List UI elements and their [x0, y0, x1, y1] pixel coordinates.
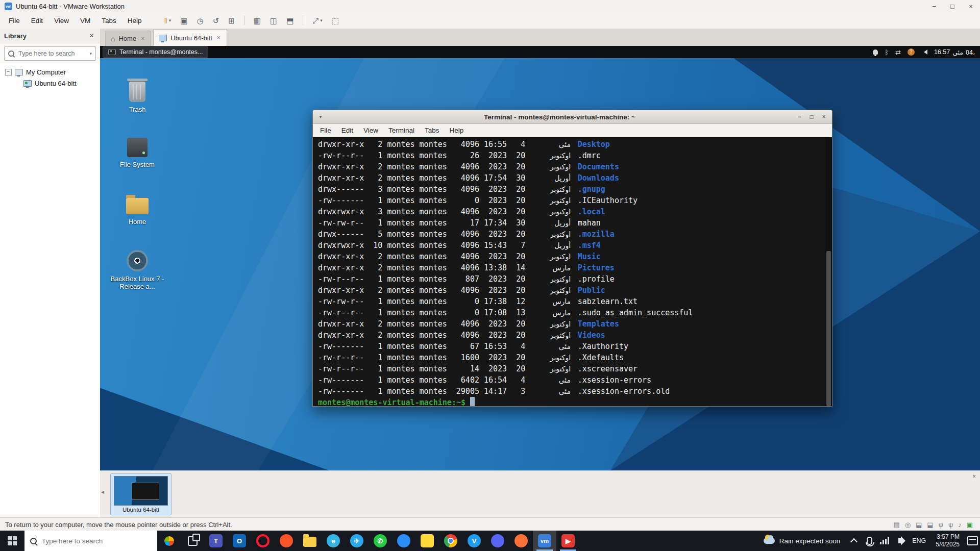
thumbnail-bar-close-button[interactable]: × — [972, 473, 976, 480]
show-thumbnail-bar-button[interactable]: ⬒ — [283, 15, 297, 26]
teams-taskbar-button[interactable]: T — [204, 531, 228, 551]
brave-taskbar-button[interactable] — [275, 531, 298, 551]
telegram-taskbar-button[interactable]: ✈ — [345, 531, 369, 551]
search-highlights-button[interactable] — [157, 531, 181, 551]
sidebar-item-ubuntu-64-bitt[interactable]: Ubuntu 64-bitt — [0, 78, 100, 89]
terminal-scrollbar[interactable] — [825, 137, 832, 407]
terminal-menu-file[interactable]: File — [315, 125, 336, 136]
vmware-menu-view[interactable]: View — [48, 14, 75, 27]
taskbar-search-input[interactable] — [41, 537, 152, 545]
terminal-menu-tabs[interactable]: Tabs — [420, 125, 445, 136]
revert-snapshot-button[interactable]: ↺ — [209, 15, 223, 26]
vmware-menu-file[interactable]: File — [3, 14, 26, 27]
firefox-taskbar-button[interactable] — [509, 531, 533, 551]
col-links: 1 — [369, 296, 382, 307]
library-search-input[interactable] — [17, 49, 86, 58]
network-arrows-icon[interactable]: ⇄ — [895, 49, 901, 56]
desktop-icon-trash[interactable]: Trash — [109, 82, 165, 113]
col-links: 1 — [369, 352, 382, 363]
terminal-output[interactable]: drwxr-xr-x2montesmontes409616:554مئیDesk… — [313, 137, 832, 407]
ctrl-alt-del-button[interactable]: ▣ — [177, 15, 191, 26]
tab-ubuntu-64-bitt[interactable]: Ubuntu 64-bitt× — [153, 29, 227, 46]
tree-expander-icon[interactable]: − — [5, 69, 12, 76]
vscode-taskbar-button[interactable]: V — [462, 531, 486, 551]
volume-icon[interactable] — [921, 49, 927, 55]
vmware-tools-icon[interactable]: ▣ — [967, 521, 973, 528]
show-library-button[interactable]: ▥ — [250, 15, 264, 26]
guest-clock[interactable]: 16:57 مئی 04، — [934, 48, 975, 56]
terminal-maximize-button[interactable]: □ — [806, 112, 817, 121]
show-hidden-icons-button[interactable] — [846, 531, 862, 551]
network-tray-button[interactable] — [877, 531, 892, 551]
sound-icon[interactable]: ♪ — [958, 521, 962, 528]
terminal-menu-edit[interactable]: Edit — [336, 125, 358, 136]
usb-device-1-icon[interactable]: ψ — [939, 521, 943, 528]
start-button[interactable] — [0, 531, 24, 551]
chrome-taskbar-button[interactable] — [439, 531, 462, 551]
desktop-icon-backbox-linux-7-release-a[interactable]: BackBox Linux 7 - Release a... — [109, 250, 165, 290]
messenger-taskbar-button[interactable] — [392, 531, 415, 551]
usb-device-2-icon[interactable]: ψ — [948, 521, 953, 528]
terminal-menu-terminal[interactable]: Terminal — [383, 125, 420, 136]
close-button[interactable]: × — [962, 0, 980, 12]
desktop-icon-file-system[interactable]: File System — [109, 138, 165, 168]
weather-widget[interactable]: Rain expected soon — [757, 531, 846, 551]
tab-home[interactable]: ⌂Home× — [105, 31, 151, 46]
media-player-taskbar-button[interactable]: ▶ — [556, 531, 580, 551]
opera-taskbar-button[interactable] — [251, 531, 275, 551]
terminal-menu-view[interactable]: View — [358, 125, 383, 136]
discord-taskbar-button[interactable] — [486, 531, 509, 551]
vmware-workstation-taskbar-button[interactable]: vm — [533, 531, 556, 551]
vmware-menu-edit[interactable]: Edit — [26, 14, 48, 27]
action-center-button[interactable] — [965, 531, 980, 551]
console-view-button[interactable]: ◫ — [266, 15, 281, 26]
library-close-button[interactable]: × — [87, 31, 96, 40]
terminal-menu-help[interactable]: Help — [445, 125, 469, 136]
language-indicator[interactable]: ENG — [908, 537, 930, 544]
sidebar-item-my-computer[interactable]: −My Computer — [0, 66, 100, 78]
file-explorer-taskbar-button[interactable] — [298, 531, 322, 551]
desktop-icon-home[interactable]: Home — [109, 194, 165, 226]
network-adapter-2-icon[interactable]: ⬓ — [927, 521, 933, 528]
network-adapter-1-icon[interactable]: ⬓ — [916, 521, 922, 528]
maximize-button[interactable]: □ — [943, 0, 962, 12]
outlook-taskbar-button[interactable]: O — [228, 531, 251, 551]
terminal-titlebar[interactable]: ▾ Terminal - montes@montes-virtual-machi… — [313, 110, 832, 124]
taskbar-search-box[interactable] — [24, 531, 157, 551]
sticky-notes-taskbar-button[interactable] — [415, 531, 439, 551]
col-group: montes — [420, 206, 447, 217]
suspend-button[interactable]: ‖▾ — [161, 15, 175, 26]
vmware-menu-vm[interactable]: VM — [75, 14, 96, 27]
microphone-tray-button[interactable] — [862, 531, 877, 551]
terminal-window-menu-button[interactable]: ▾ — [316, 114, 325, 119]
volume-tray-button[interactable] — [892, 531, 908, 551]
thumbnail-scroll-left-button[interactable]: ◂ — [101, 488, 104, 495]
col-day: 20 — [511, 184, 525, 195]
tab-close-button[interactable]: × — [140, 35, 145, 42]
task-view-taskbar-button[interactable] — [181, 531, 204, 551]
fullscreen-button[interactable]: ⤢▾ — [309, 15, 326, 26]
guest-window-button[interactable]: Terminal - montes@montes... — [103, 46, 208, 58]
vmware-menu-help[interactable]: Help — [122, 14, 148, 27]
edge-taskbar-button[interactable]: e — [322, 531, 345, 551]
minimize-button[interactable]: − — [925, 0, 943, 12]
whatsapp-taskbar-button[interactable]: ✆ — [369, 531, 392, 551]
bluetooth-icon[interactable]: ᛒ — [885, 49, 889, 56]
col-time: 2023 — [484, 150, 507, 161]
vm-thumbnail[interactable]: Ubuntu 64-bitt — [110, 473, 172, 515]
terminal-close-button[interactable]: × — [819, 112, 829, 121]
notification-bell-icon[interactable] — [873, 49, 878, 55]
terminal-minimize-button[interactable]: − — [794, 112, 804, 121]
library-search-box[interactable]: ▾ — [4, 46, 96, 61]
tab-close-button[interactable]: × — [216, 34, 222, 41]
hard-disk-icon[interactable]: ▤ — [893, 521, 899, 528]
taskbar-clock[interactable]: 3:57 PM 5/4/2025 — [930, 533, 965, 548]
take-snapshot-button[interactable]: ◷ — [193, 15, 207, 26]
snapshot-manager-button[interactable]: ⊞ — [225, 15, 238, 26]
help-icon[interactable]: ? — [908, 48, 915, 56]
vmware-menu-tabs[interactable]: Tabs — [96, 14, 122, 27]
unity-button[interactable]: ⬚ — [328, 15, 342, 26]
chevron-down-icon[interactable]: ▾ — [89, 51, 92, 56]
cdrom-icon[interactable]: ◎ — [905, 521, 911, 528]
scrollbar-thumb[interactable] — [826, 251, 831, 406]
